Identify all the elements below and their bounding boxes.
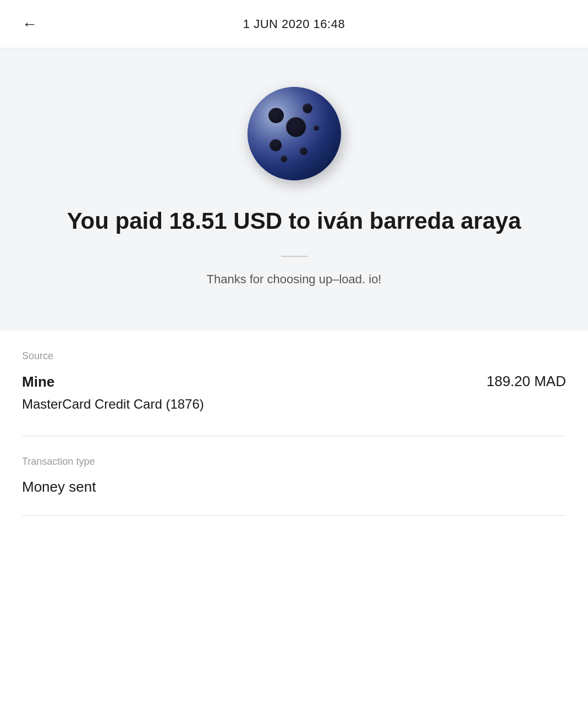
avatar-sphere (248, 87, 341, 180)
source-name: Mine (22, 373, 204, 392)
hero-subtitle: Thanks for choosing up–load. io! (207, 272, 382, 287)
crater-2 (270, 139, 282, 151)
header-title: 1 JUN 2020 16:48 (243, 17, 345, 31)
hero-section: You paid 18.51 USD to iván barreda araya… (0, 48, 588, 331)
avatar (248, 87, 341, 180)
details-section: Source Mine MasterCard Credit Card (1876… (0, 331, 588, 516)
back-button[interactable]: ← (22, 15, 37, 33)
crater-7 (281, 156, 287, 162)
source-row: Mine MasterCard Credit Card (1876) 189.2… (22, 373, 566, 433)
crater-4 (300, 147, 307, 155)
payment-title: You paid 18.51 USD to iván barreda araya (67, 207, 521, 236)
crater-3 (303, 103, 312, 113)
transaction-type-section: Transaction type Money sent (22, 436, 566, 516)
transaction-type-value: Money sent (22, 479, 96, 495)
crater-1 (286, 117, 306, 137)
source-card: MasterCard Credit Card (1876) (22, 395, 204, 413)
source-amount: 189.20 MAD (486, 373, 566, 390)
source-label: Source (22, 350, 566, 362)
source-section: Source Mine MasterCard Credit Card (1876… (22, 331, 566, 437)
crater-5 (314, 125, 319, 131)
source-left: Mine MasterCard Credit Card (1876) (22, 373, 204, 413)
transaction-type-label: Transaction type (22, 456, 566, 468)
hero-divider (281, 256, 307, 257)
crater-6 (268, 108, 284, 123)
back-icon: ← (22, 15, 37, 33)
header: ← 1 JUN 2020 16:48 (0, 0, 588, 48)
